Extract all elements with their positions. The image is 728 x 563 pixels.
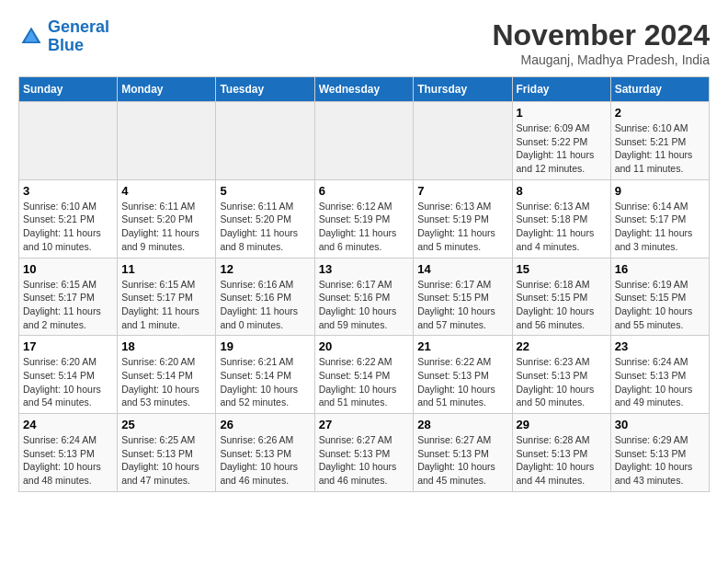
calendar-header: SundayMondayTuesdayWednesdayThursdayFrid… [19, 77, 710, 102]
header-wednesday: Wednesday [314, 77, 414, 102]
calendar-cell: 11Sunrise: 6:15 AMSunset: 5:17 PMDayligh… [118, 258, 216, 336]
day-info: Sunrise: 6:24 AMSunset: 5:13 PMDaylight:… [615, 355, 705, 409]
day-info: Sunrise: 6:14 AMSunset: 5:17 PMDaylight:… [615, 200, 705, 254]
day-number: 21 [417, 339, 507, 353]
calendar-cell: 17Sunrise: 6:20 AMSunset: 5:14 PMDayligh… [19, 336, 118, 414]
day-number: 1 [517, 106, 607, 120]
day-number: 27 [319, 418, 410, 431]
header-tuesday: Tuesday [216, 77, 314, 102]
day-number: 25 [121, 418, 211, 431]
calendar-cell: 8Sunrise: 6:13 AMSunset: 5:18 PMDaylight… [512, 179, 610, 258]
day-info: Sunrise: 6:12 AMSunset: 5:19 PMDaylight:… [319, 200, 410, 254]
day-info: Sunrise: 6:23 AMSunset: 5:13 PMDaylight:… [517, 355, 607, 409]
day-info: Sunrise: 6:22 AMSunset: 5:14 PMDaylight:… [319, 355, 410, 409]
week-row-0: 1Sunrise: 6:09 AMSunset: 5:22 PMDaylight… [19, 102, 710, 180]
day-number: 6 [319, 184, 410, 198]
logo: General Blue [18, 18, 109, 55]
calendar-cell: 26Sunrise: 6:26 AMSunset: 5:13 PMDayligh… [216, 414, 314, 492]
day-info: Sunrise: 6:17 AMSunset: 5:15 PMDaylight:… [417, 278, 507, 332]
day-info: Sunrise: 6:18 AMSunset: 5:15 PMDaylight:… [517, 278, 607, 332]
calendar-cell [414, 102, 512, 180]
calendar-cell: 24Sunrise: 6:24 AMSunset: 5:13 PMDayligh… [19, 414, 118, 492]
day-number: 2 [615, 106, 705, 120]
logo-text: General Blue [48, 18, 109, 55]
calendar-cell: 27Sunrise: 6:27 AMSunset: 5:13 PMDayligh… [314, 414, 414, 492]
day-number: 24 [23, 418, 113, 431]
calendar-cell: 14Sunrise: 6:17 AMSunset: 5:15 PMDayligh… [414, 258, 512, 336]
day-info: Sunrise: 6:19 AMSunset: 5:15 PMDaylight:… [615, 278, 705, 332]
page-header: General Blue November 2024 Mauganj, Madh… [18, 18, 710, 67]
day-number: 4 [121, 184, 211, 198]
calendar-cell [19, 102, 118, 180]
day-number: 7 [417, 184, 507, 198]
day-number: 18 [121, 339, 211, 353]
day-info: Sunrise: 6:17 AMSunset: 5:16 PMDaylight:… [319, 278, 410, 332]
day-info: Sunrise: 6:29 AMSunset: 5:13 PMDaylight:… [615, 433, 705, 488]
day-info: Sunrise: 6:10 AMSunset: 5:21 PMDaylight:… [615, 121, 705, 176]
day-number: 8 [517, 184, 607, 198]
week-row-2: 10Sunrise: 6:15 AMSunset: 5:17 PMDayligh… [19, 258, 710, 336]
header-monday: Monday [118, 77, 216, 102]
calendar-cell: 29Sunrise: 6:28 AMSunset: 5:13 PMDayligh… [512, 414, 610, 492]
day-number: 17 [23, 339, 113, 353]
calendar-cell [314, 102, 414, 180]
calendar-cell [118, 102, 216, 180]
header-friday: Friday [512, 77, 610, 102]
calendar-cell: 6Sunrise: 6:12 AMSunset: 5:19 PMDaylight… [314, 179, 414, 258]
day-number: 26 [220, 418, 310, 431]
day-info: Sunrise: 6:20 AMSunset: 5:14 PMDaylight:… [23, 355, 113, 409]
day-number: 10 [23, 262, 113, 276]
day-number: 14 [417, 262, 507, 276]
day-info: Sunrise: 6:15 AMSunset: 5:17 PMDaylight:… [121, 278, 211, 332]
calendar-cell: 3Sunrise: 6:10 AMSunset: 5:21 PMDaylight… [19, 179, 118, 258]
day-info: Sunrise: 6:28 AMSunset: 5:13 PMDaylight:… [517, 433, 607, 488]
calendar-cell: 7Sunrise: 6:13 AMSunset: 5:19 PMDaylight… [414, 179, 512, 258]
day-number: 15 [517, 262, 607, 276]
calendar-cell [216, 102, 314, 180]
week-row-3: 17Sunrise: 6:20 AMSunset: 5:14 PMDayligh… [19, 336, 710, 414]
day-number: 5 [220, 184, 310, 198]
calendar-cell: 19Sunrise: 6:21 AMSunset: 5:14 PMDayligh… [216, 336, 314, 414]
day-number: 23 [615, 339, 705, 353]
calendar-cell: 21Sunrise: 6:22 AMSunset: 5:13 PMDayligh… [414, 336, 512, 414]
calendar-cell: 15Sunrise: 6:18 AMSunset: 5:15 PMDayligh… [512, 258, 610, 336]
day-number: 16 [615, 262, 705, 276]
day-info: Sunrise: 6:24 AMSunset: 5:13 PMDaylight:… [23, 433, 113, 488]
calendar-cell: 9Sunrise: 6:14 AMSunset: 5:17 PMDaylight… [610, 179, 709, 258]
week-row-1: 3Sunrise: 6:10 AMSunset: 5:21 PMDaylight… [19, 179, 710, 258]
day-number: 22 [517, 339, 607, 353]
day-info: Sunrise: 6:13 AMSunset: 5:18 PMDaylight:… [517, 200, 607, 254]
calendar-cell: 25Sunrise: 6:25 AMSunset: 5:13 PMDayligh… [118, 414, 216, 492]
day-info: Sunrise: 6:20 AMSunset: 5:14 PMDaylight:… [121, 355, 211, 409]
day-number: 20 [319, 339, 410, 353]
calendar-cell: 4Sunrise: 6:11 AMSunset: 5:20 PMDaylight… [118, 179, 216, 258]
header-sunday: Sunday [19, 77, 118, 102]
calendar-cell: 23Sunrise: 6:24 AMSunset: 5:13 PMDayligh… [610, 336, 709, 414]
calendar-cell: 2Sunrise: 6:10 AMSunset: 5:21 PMDaylight… [610, 102, 709, 180]
day-number: 29 [517, 418, 607, 431]
day-number: 3 [23, 184, 113, 198]
day-number: 28 [417, 418, 507, 431]
day-info: Sunrise: 6:21 AMSunset: 5:14 PMDaylight:… [220, 355, 310, 409]
calendar-cell: 10Sunrise: 6:15 AMSunset: 5:17 PMDayligh… [19, 258, 118, 336]
header-row: SundayMondayTuesdayWednesdayThursdayFrid… [19, 77, 710, 102]
header-saturday: Saturday [610, 77, 709, 102]
logo-icon [18, 24, 44, 50]
day-info: Sunrise: 6:11 AMSunset: 5:20 PMDaylight:… [121, 200, 211, 254]
header-thursday: Thursday [414, 77, 512, 102]
day-number: 19 [220, 339, 310, 353]
day-info: Sunrise: 6:27 AMSunset: 5:13 PMDaylight:… [417, 433, 507, 488]
day-info: Sunrise: 6:13 AMSunset: 5:19 PMDaylight:… [417, 200, 507, 254]
day-number: 11 [121, 262, 211, 276]
calendar-cell: 5Sunrise: 6:11 AMSunset: 5:20 PMDaylight… [216, 179, 314, 258]
day-info: Sunrise: 6:22 AMSunset: 5:13 PMDaylight:… [417, 355, 507, 409]
day-number: 13 [319, 262, 410, 276]
calendar-cell: 12Sunrise: 6:16 AMSunset: 5:16 PMDayligh… [216, 258, 314, 336]
calendar-cell: 1Sunrise: 6:09 AMSunset: 5:22 PMDaylight… [512, 102, 610, 180]
day-info: Sunrise: 6:25 AMSunset: 5:13 PMDaylight:… [121, 433, 211, 488]
calendar-cell: 28Sunrise: 6:27 AMSunset: 5:13 PMDayligh… [414, 414, 512, 492]
title-block: November 2024 Mauganj, Madhya Pradesh, I… [492, 18, 710, 67]
day-number: 12 [220, 262, 310, 276]
day-info: Sunrise: 6:10 AMSunset: 5:21 PMDaylight:… [23, 200, 113, 254]
day-info: Sunrise: 6:16 AMSunset: 5:16 PMDaylight:… [220, 278, 310, 332]
